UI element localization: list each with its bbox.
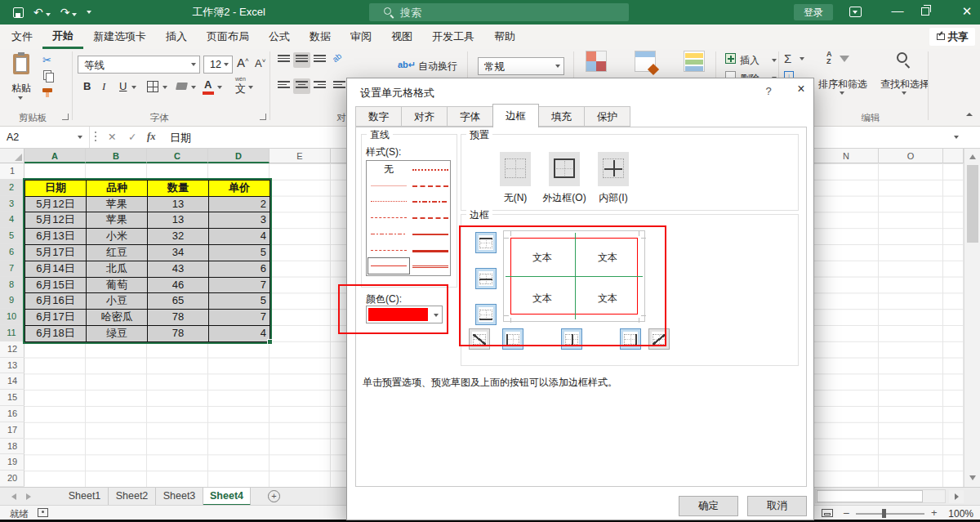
font-color-chevron-icon[interactable]: [217, 86, 222, 89]
color-chevron-icon[interactable]: [434, 314, 439, 317]
wrap-text-icon[interactable]: ab↵: [398, 60, 416, 70]
line-style-dotted-med[interactable]: [410, 162, 451, 177]
paste-icon[interactable]: [13, 54, 29, 74]
scroll-down-icon[interactable]: [969, 475, 976, 480]
row-header-20[interactable]: 20: [0, 471, 24, 487]
border-button-vleft[interactable]: [502, 328, 523, 350]
row-header-19[interactable]: 19: [0, 454, 24, 471]
minimize-button[interactable]: —: [885, 0, 910, 25]
align-center-button[interactable]: [293, 78, 310, 94]
color-select[interactable]: [366, 306, 443, 323]
row-header-17[interactable]: 17: [0, 422, 24, 439]
cell[interactable]: 13: [148, 212, 209, 229]
dialog-tab-边框[interactable]: 边框: [492, 104, 539, 127]
cell[interactable]: 小米: [87, 229, 148, 245]
phonetic-guide-button[interactable]: 文: [235, 82, 246, 96]
border-button-hmid[interactable]: [475, 268, 497, 289]
find-select-chevron-icon[interactable]: [902, 91, 906, 95]
insert-chevron-icon[interactable]: [772, 59, 777, 62]
menu-tab-开始[interactable]: 开始: [42, 25, 83, 49]
border-button-vmid[interactable]: [561, 328, 582, 350]
line-style-listbox[interactable]: 无: [366, 160, 451, 276]
dialog-tab-填充[interactable]: 填充: [538, 106, 585, 127]
close-button[interactable]: ✕: [954, 0, 980, 25]
bold-button[interactable]: B: [83, 80, 91, 92]
cell[interactable]: 46: [148, 278, 209, 294]
format-painter-icon[interactable]: [42, 88, 52, 92]
zoom-out-icon[interactable]: −: [843, 506, 849, 520]
vertical-scroll-thumb[interactable]: [967, 165, 978, 243]
row-header-11[interactable]: 11: [0, 325, 24, 341]
borders-icon[interactable]: [147, 81, 158, 92]
align-middle-button[interactable]: [293, 52, 310, 68]
conditional-formatting-icon[interactable]: [586, 51, 607, 72]
cell[interactable]: 78: [148, 310, 209, 326]
dialog-tab-对齐[interactable]: 对齐: [401, 106, 448, 127]
column-header-C[interactable]: C: [147, 149, 208, 163]
row-header-15[interactable]: 15: [0, 390, 24, 406]
column-header-E[interactable]: E: [270, 149, 331, 163]
cell[interactable]: 6月16日: [25, 293, 87, 310]
cell[interactable]: 34: [148, 245, 209, 261]
cell[interactable]: 日期: [25, 181, 87, 197]
cell[interactable]: 32: [148, 229, 209, 245]
vertical-scrollbar[interactable]: [964, 149, 980, 487]
confirm-entry-icon[interactable]: ✓: [128, 131, 136, 143]
row-header-14[interactable]: 14: [0, 373, 24, 390]
align-left-button[interactable]: [275, 78, 292, 94]
restore-button[interactable]: [921, 7, 929, 16]
cell[interactable]: 4: [209, 326, 270, 342]
line-style-dashdot-med[interactable]: [410, 178, 451, 194]
decrease-font-icon[interactable]: A˅: [255, 57, 265, 69]
font-color-icon[interactable]: A: [204, 78, 212, 91]
cell[interactable]: 6月13日: [25, 229, 87, 245]
row-header-3[interactable]: 3: [0, 196, 24, 212]
row-header-12[interactable]: 12: [0, 341, 24, 358]
horizontal-scroll-thumb[interactable]: [817, 490, 923, 502]
name-box[interactable]: A2: [0, 127, 90, 148]
scroll-up-icon[interactable]: [969, 154, 976, 159]
name-box-chevron-icon[interactable]: [78, 136, 82, 139]
select-all-corner[interactable]: [0, 149, 24, 163]
dialog-tab-保护[interactable]: 保护: [584, 106, 630, 127]
line-style-dashdotdot-med[interactable]: [410, 194, 451, 209]
border-button-vright[interactable]: [620, 328, 641, 350]
page-layout-view-icon[interactable]: [822, 509, 833, 517]
expand-formula-bar-icon[interactable]: [954, 136, 959, 139]
fill-color-chevron-icon[interactable]: [191, 86, 196, 89]
decrease-indent-icon[interactable]: [331, 78, 348, 94]
sheet-nav-right-icon[interactable]: [26, 493, 31, 500]
dialog-tab-数字[interactable]: 数字: [355, 106, 402, 127]
ribbon-display-options-icon[interactable]: [849, 7, 862, 17]
sheet-tab-Sheet2[interactable]: Sheet2: [109, 488, 156, 506]
menu-tab-数据[interactable]: 数据: [300, 25, 341, 49]
dialog-tab-字体[interactable]: 字体: [447, 106, 493, 127]
wrap-text-label[interactable]: 自动换行: [418, 60, 457, 74]
line-style-dashed[interactable]: [368, 243, 409, 258]
number-format-select[interactable]: 常规: [478, 57, 564, 75]
row-header-9[interactable]: 9: [0, 292, 24, 309]
border-button-diag-up[interactable]: [469, 328, 490, 350]
menu-tab-视图[interactable]: 视图: [381, 25, 422, 49]
cell[interactable]: 6: [209, 261, 270, 278]
undo-icon[interactable]: ↶: [33, 0, 51, 25]
signin-button[interactable]: 登录: [794, 4, 833, 20]
column-header-B[interactable]: B: [86, 149, 147, 163]
format-as-table-icon[interactable]: [635, 51, 656, 72]
column-header-N[interactable]: N: [814, 149, 879, 163]
row-header-10[interactable]: 10: [0, 309, 24, 325]
menu-tab-新建选项卡[interactable]: 新建选项卡: [83, 25, 156, 49]
line-style-thick[interactable]: [410, 243, 451, 258]
fill-handle[interactable]: [267, 339, 273, 345]
menu-tab-页面布局[interactable]: 页面布局: [197, 25, 259, 49]
font-dialog-launcher-icon[interactable]: [260, 114, 266, 120]
sort-filter-label[interactable]: 排序和筛选: [811, 78, 875, 91]
cancel-entry-icon[interactable]: ✕: [108, 131, 116, 143]
find-select-label[interactable]: 查找和选择: [871, 78, 939, 91]
cell[interactable]: 红豆: [87, 245, 148, 261]
line-style-double[interactable]: [410, 258, 451, 274]
dialog-close-button[interactable]: ×: [791, 82, 812, 96]
orientation-icon[interactable]: ab: [331, 51, 344, 65]
menu-tab-公式[interactable]: 公式: [259, 25, 300, 49]
cell[interactable]: 6月17日: [25, 310, 87, 326]
